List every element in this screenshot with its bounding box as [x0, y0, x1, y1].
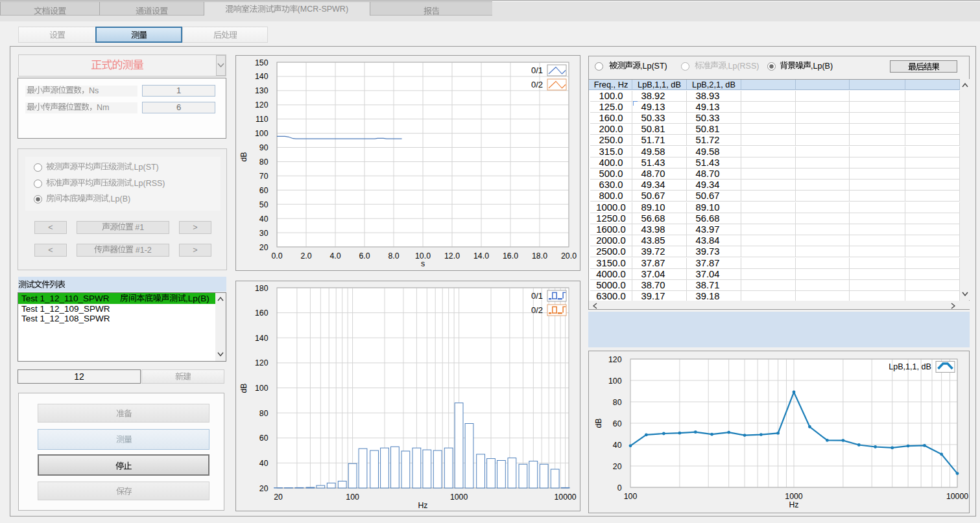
svg-text:100: 100 — [255, 129, 269, 138]
svg-text:20: 20 — [613, 462, 622, 471]
svg-text:110: 110 — [256, 115, 269, 124]
svg-text:8.0: 8.0 — [388, 251, 399, 261]
svg-text:70: 70 — [259, 172, 269, 181]
svg-text:100: 100 — [608, 377, 622, 386]
svg-text:dB: dB — [239, 383, 248, 393]
svg-text:60: 60 — [613, 419, 622, 428]
svg-text:dB: dB — [594, 418, 603, 428]
svg-text:20: 20 — [274, 493, 283, 502]
svg-text:150: 150 — [255, 58, 269, 67]
svg-text:12.0: 12.0 — [444, 251, 460, 261]
svg-text:120: 120 — [255, 358, 269, 367]
svg-text:20: 20 — [259, 243, 269, 252]
svg-text:130: 130 — [255, 86, 269, 95]
svg-text:14.0: 14.0 — [473, 251, 489, 261]
svg-text:80: 80 — [613, 398, 622, 407]
svg-text:100: 100 — [346, 493, 359, 502]
svg-text:0/1: 0/1 — [531, 65, 543, 75]
svg-text:50: 50 — [259, 200, 269, 209]
svg-text:0/1: 0/1 — [531, 291, 543, 301]
svg-text:140: 140 — [255, 334, 269, 343]
svg-text:Hz: Hz — [418, 501, 427, 510]
svg-text:40: 40 — [613, 441, 622, 450]
svg-text:10000: 10000 — [554, 493, 576, 502]
svg-text:LpB,1,1, dB: LpB,1,1, dB — [889, 362, 931, 371]
svg-text:80: 80 — [259, 157, 269, 167]
svg-text:18.0: 18.0 — [532, 251, 547, 261]
svg-text:16.0: 16.0 — [503, 251, 518, 261]
svg-text:80: 80 — [259, 409, 269, 418]
svg-text:0.0: 0.0 — [271, 251, 282, 261]
svg-text:s: s — [421, 259, 425, 268]
svg-text:0: 0 — [617, 483, 622, 493]
svg-text:dB: dB — [239, 152, 248, 161]
svg-text:20.0: 20.0 — [561, 251, 577, 261]
svg-text:100: 100 — [624, 492, 638, 501]
svg-text:120: 120 — [608, 355, 622, 364]
svg-text:1000: 1000 — [785, 492, 803, 501]
svg-text:120: 120 — [255, 100, 269, 110]
svg-text:160: 160 — [255, 308, 269, 318]
svg-text:0/2: 0/2 — [531, 305, 543, 315]
svg-text:0/2: 0/2 — [531, 80, 543, 89]
svg-text:Hz: Hz — [789, 500, 798, 509]
svg-text:180: 180 — [255, 284, 269, 293]
svg-text:10000: 10000 — [946, 492, 968, 501]
svg-text:60: 60 — [259, 434, 269, 443]
svg-text:40: 40 — [259, 215, 269, 224]
svg-text:100: 100 — [255, 384, 269, 393]
svg-text:30: 30 — [259, 229, 269, 238]
svg-text:140: 140 — [255, 72, 269, 81]
svg-text:1000: 1000 — [450, 493, 468, 502]
svg-text:20: 20 — [259, 484, 269, 493]
svg-text:40: 40 — [259, 459, 269, 468]
svg-text:6.0: 6.0 — [359, 251, 370, 261]
svg-text:2.0: 2.0 — [300, 251, 311, 261]
svg-text:90: 90 — [259, 143, 269, 152]
svg-text:4.0: 4.0 — [329, 251, 341, 261]
svg-text:60: 60 — [259, 186, 269, 195]
